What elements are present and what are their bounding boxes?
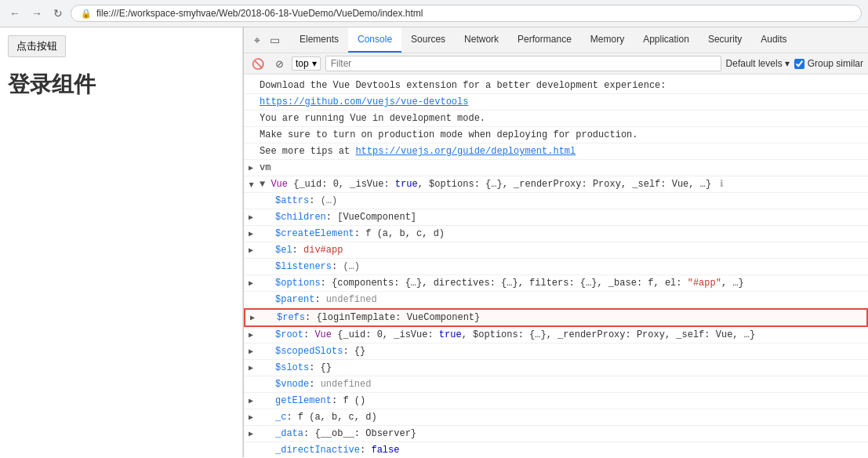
- children-val: : [VueComponent]: [326, 210, 862, 224]
- page-title: 登录组件: [8, 70, 234, 100]
- refresh-button[interactable]: ↻: [50, 5, 66, 21]
- back-button[interactable]: ←: [6, 5, 24, 21]
- options-arrow[interactable]: ▶: [249, 277, 253, 291]
- slots-arrow[interactable]: ▶: [249, 362, 253, 376]
- scoped-slots-arrow[interactable]: ▶: [249, 345, 253, 359]
- console-line-children: ▶ $children : [VueComponent]: [244, 209, 868, 226]
- data-arrow[interactable]: ▶: [249, 427, 253, 442]
- console-line-listeners: $listeners : (…): [244, 259, 868, 275]
- refs-val: : {loginTemplate: VueComponent}: [305, 311, 860, 325]
- vnode-val: : undefined: [309, 377, 862, 391]
- main-container: 点击按钮 登录组件 ⌖ ▭ Elements Console Sources N…: [0, 27, 868, 457]
- devtools-panel: ⌖ ▭ Elements Console Sources Network Per…: [243, 27, 868, 457]
- tab-elements[interactable]: Elements: [290, 27, 348, 53]
- children-arrow[interactable]: ▶: [249, 211, 253, 225]
- vue-obj-arrow[interactable]: ▶: [244, 183, 258, 187]
- tab-network[interactable]: Network: [455, 27, 508, 53]
- tab-memory[interactable]: Memory: [581, 27, 634, 53]
- console-text: See more tips at https://vuejs.org/guide…: [260, 144, 862, 158]
- tab-application[interactable]: Application: [634, 27, 699, 53]
- tab-security[interactable]: Security: [699, 27, 751, 53]
- root-val: : Vue {_uid: 0, _isVue: true, $options: …: [303, 328, 862, 342]
- forward-button[interactable]: →: [28, 5, 45, 21]
- default-levels-selector[interactable]: Default levels ▾: [726, 58, 790, 69]
- vnode-prop[interactable]: $vnode: [275, 377, 309, 391]
- console-text: Make sure to turn on production mode whe…: [260, 128, 862, 142]
- console-line-scoped-slots: ▶ $scopedSlots : {}: [244, 344, 868, 360]
- console-toolbar: 🚫 ⊘ top ▾ Default levels ▾ Group similar: [244, 53, 868, 75]
- vm-label: vm: [260, 161, 862, 175]
- root-prop[interactable]: $root: [275, 328, 303, 342]
- c-val: : f (a, b, c, d): [286, 410, 862, 424]
- attrs-val: : (…): [309, 194, 862, 208]
- console-line-devtools-link: https://github.com/vuejs/vue-devtools: [244, 94, 868, 111]
- clear-console-button[interactable]: 🚫: [249, 56, 267, 71]
- tab-console[interactable]: Console: [348, 27, 401, 53]
- slots-prop[interactable]: $slots: [275, 361, 309, 375]
- default-levels-arrow: ▾: [785, 58, 790, 69]
- console-line-direct-inactive: _directInactive : false: [244, 442, 868, 457]
- devtools-link[interactable]: https://github.com/vuejs/vue-devtools: [260, 95, 468, 109]
- vm-arrow[interactable]: ▶: [249, 162, 253, 176]
- scoped-slots-prop[interactable]: $scopedSlots: [275, 344, 343, 358]
- c-arrow[interactable]: ▶: [249, 411, 253, 425]
- console-line-slots: ▶ $slots : {}: [244, 360, 868, 376]
- deployment-link[interactable]: https://vuejs.org/guide/deployment.html: [355, 146, 576, 157]
- context-dropdown-icon: ▾: [312, 58, 317, 69]
- device-button[interactable]: ▭: [266, 31, 284, 49]
- root-arrow[interactable]: ▶: [249, 329, 253, 343]
- scoped-slots-val: : {}: [343, 344, 862, 358]
- console-filter-input[interactable]: [325, 56, 721, 71]
- group-similar-text: Group similar: [808, 58, 863, 69]
- tab-sources[interactable]: Sources: [401, 27, 455, 53]
- context-label: top: [296, 58, 309, 69]
- console-line-attrs: $attrs : (…): [244, 193, 868, 209]
- console-line-vm: ▶ vm: [244, 160, 868, 176]
- parent-prop[interactable]: $parent: [275, 293, 314, 307]
- page-content: 点击按钮 登录组件: [0, 27, 243, 457]
- create-el-prop[interactable]: $createElement: [275, 227, 354, 241]
- tab-performance[interactable]: Performance: [508, 27, 581, 53]
- console-output: Download the Vue Devtools extension for …: [244, 75, 868, 457]
- get-element-prop[interactable]: getElement: [275, 394, 332, 408]
- create-el-val: : f (a, b, c, d): [354, 227, 862, 241]
- listeners-prop[interactable]: $listeners: [275, 260, 332, 274]
- attrs-prop[interactable]: $attrs: [275, 194, 309, 208]
- inspect-button[interactable]: ⌖: [250, 31, 264, 50]
- children-prop[interactable]: $children: [275, 210, 326, 224]
- devtools-icon-group: ⌖ ▭: [247, 31, 287, 50]
- nav-bar: ← → ↻ 🔒 file:///E:/workspace-smyhvae/Web…: [0, 0, 868, 27]
- console-line-vue-obj: ▶ ▼ Vue {_uid: 0, _isVue: true, $options…: [244, 176, 868, 193]
- data-prop[interactable]: _data: [275, 427, 303, 441]
- preserve-log-button[interactable]: ⊘: [272, 56, 287, 71]
- devtools-tabs: ⌖ ▭ Elements Console Sources Network Per…: [244, 27, 868, 53]
- c-prop[interactable]: _c: [275, 410, 286, 424]
- get-element-val: : f (): [332, 394, 862, 408]
- data-val: : {__ob__: Observer}: [303, 427, 862, 441]
- create-el-arrow[interactable]: ▶: [249, 227, 253, 242]
- el-arrow[interactable]: ▶: [249, 244, 253, 258]
- console-line-root: ▶ $root : Vue {_uid: 0, _isVue: true, $o…: [244, 327, 868, 344]
- console-line-refs: ▶ $refs : {loginTemplate: VueComponent}: [244, 308, 868, 327]
- console-line-parent: $parent : undefined: [244, 292, 868, 308]
- default-levels-label: Default levels: [726, 58, 783, 69]
- refs-arrow[interactable]: ▶: [250, 311, 255, 325]
- url-text: file:///E:/workspace-smyhvae/Web/2018-06…: [96, 8, 423, 19]
- click-button[interactable]: 点击按钮: [8, 35, 66, 57]
- console-line-dev-mode2: Make sure to turn on production mode whe…: [244, 127, 868, 144]
- tab-audits[interactable]: Audits: [751, 27, 796, 53]
- console-line-vnode: $vnode : undefined: [244, 376, 868, 393]
- context-selector[interactable]: top ▾: [292, 56, 321, 71]
- listeners-val: : (…): [332, 260, 862, 274]
- direct-inactive-prop[interactable]: _directInactive: [275, 443, 360, 457]
- address-bar[interactable]: 🔒 file:///E:/workspace-smyhvae/Web/2018-…: [71, 5, 862, 22]
- direct-inactive-val: : false: [360, 443, 862, 457]
- options-prop[interactable]: $options: [275, 276, 321, 290]
- el-prop[interactable]: $el: [275, 243, 292, 257]
- console-text: Download the Vue Devtools extension for …: [260, 78, 862, 93]
- get-element-arrow[interactable]: ▶: [249, 394, 253, 409]
- console-line-devtools-msg: Download the Vue Devtools extension for …: [244, 78, 868, 94]
- group-similar-label[interactable]: Group similar: [794, 58, 863, 69]
- group-similar-checkbox[interactable]: [794, 59, 804, 69]
- refs-prop[interactable]: $refs: [277, 311, 305, 325]
